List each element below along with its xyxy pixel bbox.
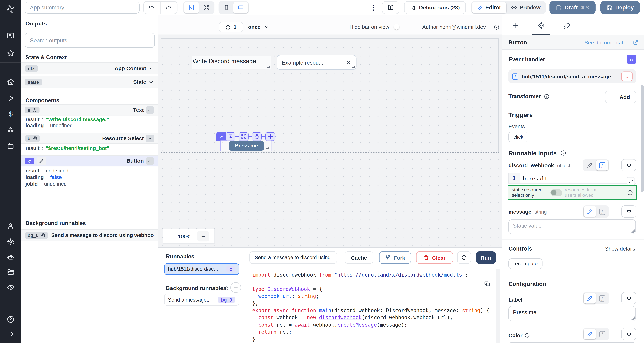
connect-plug-icon[interactable]	[621, 292, 636, 304]
desktop-view-icon[interactable]	[233, 2, 248, 13]
recompute-chip[interactable]: recompute	[508, 258, 543, 269]
app-summary-input[interactable]	[24, 2, 140, 14]
sidebar-item-settings-gear-icon[interactable]	[7, 238, 14, 246]
debug-runs-button[interactable]: Debug runs (23)	[404, 1, 466, 14]
expand-editor-icon[interactable]	[627, 177, 635, 185]
sidebar-item-favorites-star-icon[interactable]	[7, 49, 14, 57]
remove-runnable-x-button[interactable]	[621, 72, 632, 81]
tab-component-settings-icon[interactable]	[528, 16, 554, 34]
resize-handle[interactable]	[266, 147, 269, 149]
info-icon[interactable]	[544, 94, 550, 99]
app-canvas[interactable]: Write Discord message: Example resou... …	[158, 34, 502, 247]
static-pencil-icon[interactable]	[584, 160, 596, 170]
connect-plug-icon[interactable]	[621, 328, 636, 340]
sidebar-item-variables-dollar-icon[interactable]: $	[9, 110, 13, 118]
info-icon[interactable]	[627, 190, 633, 196]
draft-button[interactable]: Draft⌘S	[550, 1, 596, 14]
fork-button[interactable]: Fork	[379, 251, 411, 264]
connect-plug-icon[interactable]	[621, 159, 636, 171]
clear-select-x-icon[interactable]	[346, 60, 352, 66]
resize-handle[interactable]	[352, 66, 355, 68]
color-value-input[interactable]	[508, 342, 636, 343]
static-pencil-icon[interactable]	[584, 206, 596, 217]
run-button[interactable]: Run	[476, 251, 496, 264]
tab-preview[interactable]: Preview	[506, 2, 545, 13]
see-documentation-link[interactable]: See documentation	[584, 39, 638, 45]
refresh-script-button[interactable]	[457, 251, 471, 264]
eval-function-icon[interactable]: f	[596, 206, 608, 217]
sidebar-item-apps[interactable]	[7, 32, 14, 39]
zoom-in-button[interactable]: +	[197, 231, 209, 242]
add-transformer-button[interactable]: Add	[605, 91, 636, 103]
text-component[interactable]: Write Discord message:	[192, 56, 271, 70]
output-row-ctx[interactable]: ctx App Context	[21, 62, 158, 74]
refresh-mode-dropdown[interactable]: once	[248, 20, 270, 33]
chevron-down-icon[interactable]	[148, 79, 154, 85]
sidebar-item-resources-cubes-icon[interactable]	[7, 126, 14, 134]
runnable-item-selected[interactable]: hub/1511/discord/se... c	[164, 263, 239, 275]
script-title-input[interactable]: Send a message to discord using	[249, 251, 337, 264]
sidebar-item-folders-icon[interactable]	[7, 268, 14, 276]
sidebar-item-schedules-calendar-icon[interactable]	[7, 142, 14, 150]
sidebar-item-user-icon[interactable]	[7, 222, 14, 230]
refresh-count-button[interactable]: 1	[219, 22, 243, 32]
resource-mode-toggle[interactable]	[550, 189, 562, 196]
event-handler-runnable[interactable]: f hub/1511/discord/send_a_message_...	[508, 70, 636, 84]
message-static-value-input[interactable]	[508, 220, 636, 234]
tab-editor[interactable]: Editor	[472, 2, 506, 13]
sidebar-item-home-icon[interactable]	[7, 78, 14, 86]
label-value-input[interactable]: Press me	[508, 306, 636, 321]
sidebar-item-runs-play-icon[interactable]	[7, 94, 14, 102]
zoom-out-button[interactable]: −	[168, 232, 172, 240]
center-align-icon[interactable]	[184, 2, 199, 13]
collapse-icon[interactable]	[146, 106, 154, 114]
sidebar-help-icon[interactable]	[7, 316, 14, 323]
code-scrollbar[interactable]	[496, 269, 500, 343]
clear-button[interactable]: Clear	[416, 251, 453, 264]
static-pencil-icon[interactable]	[584, 329, 596, 340]
undo-icon[interactable]	[144, 2, 160, 14]
tab-insert-plus-icon[interactable]	[502, 16, 528, 34]
eval-function-icon[interactable]: f	[596, 160, 608, 170]
mobile-view-icon[interactable]	[219, 2, 233, 13]
sidebar-item-workers-robot-icon[interactable]	[7, 254, 14, 261]
collapse-icon[interactable]	[146, 134, 154, 142]
connect-plug-icon[interactable]	[621, 206, 636, 218]
component-row-c-selected[interactable]: c Button	[21, 155, 158, 166]
pencil-icon[interactable]	[37, 157, 46, 165]
cache-button[interactable]: Cache	[345, 251, 374, 264]
component-row-a[interactable]: a Text	[21, 104, 158, 116]
chevron-down-icon[interactable]	[148, 66, 154, 72]
deploy-button[interactable]: Deploy	[600, 1, 640, 14]
code-editor[interactable]: import discordwebhook from "https://deno…	[252, 272, 494, 343]
eval-function-icon[interactable]: f	[596, 329, 608, 340]
click-event-chip[interactable]: click	[508, 132, 528, 142]
windmill-logo-icon[interactable]	[5, 4, 16, 14]
press-me-button[interactable]: Press me	[229, 141, 264, 151]
background-runnable-row[interactable]: bg_0 Send a message to discord using web…	[21, 229, 158, 241]
add-bg-runnable-button[interactable]	[230, 282, 241, 293]
bg-runnable-item[interactable]: Send a message... bg_0	[164, 294, 239, 306]
collapse-icon[interactable]	[146, 157, 154, 164]
info-icon[interactable]	[524, 333, 530, 338]
tab-styling-brush-icon[interactable]	[554, 16, 580, 34]
expr-editor[interactable]: 1 b.result	[508, 173, 636, 184]
sidebar-expand-arrow-icon[interactable]	[7, 330, 14, 338]
eval-function-icon[interactable]: f	[596, 293, 608, 304]
panel-scrollbar[interactable]	[641, 85, 644, 192]
sidebar-item-audit-eye-icon[interactable]	[7, 283, 14, 291]
component-row-b[interactable]: b Resource Select	[21, 133, 158, 144]
info-icon[interactable]	[560, 150, 566, 156]
search-outputs-input[interactable]	[24, 33, 155, 48]
resource-select-component[interactable]: Example resou...	[277, 55, 356, 70]
docs-book-button[interactable]	[382, 1, 399, 14]
more-menu-icon[interactable]: ⋮	[370, 3, 377, 12]
resize-handle[interactable]	[268, 66, 270, 68]
fullscreen-icon[interactable]	[199, 2, 214, 13]
static-pencil-icon[interactable]	[584, 293, 596, 304]
redo-icon[interactable]	[160, 2, 177, 14]
state-badge: state	[25, 79, 42, 85]
show-details-link[interactable]: Show details	[605, 246, 635, 252]
output-row-state[interactable]: state State	[21, 76, 158, 88]
info-icon[interactable]	[494, 24, 500, 30]
